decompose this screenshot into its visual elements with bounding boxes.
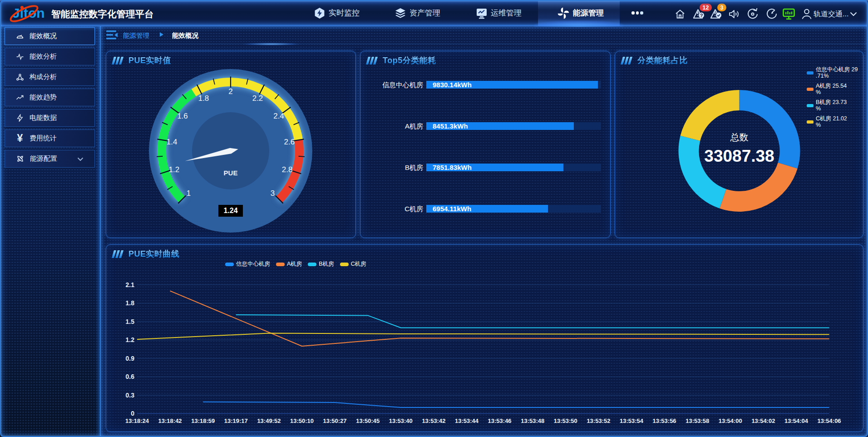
svg-text:13:19:17: 13:19:17 [224, 417, 248, 424]
svg-text:13:18:42: 13:18:42 [158, 417, 182, 424]
svg-text:13:53:58: 13:53:58 [686, 417, 709, 424]
svg-text:1.8: 1.8 [126, 299, 135, 307]
svg-text:13:50:45: 13:50:45 [356, 417, 380, 424]
svg-text:13:53:54: 13:53:54 [620, 417, 644, 424]
svg-text:13:54:06: 13:54:06 [818, 417, 841, 424]
svg-text:PUE: PUE [224, 169, 238, 177]
svg-text:13:54:00: 13:54:00 [719, 417, 742, 424]
svg-text:13:54:04: 13:54:04 [784, 417, 809, 424]
svg-text:1.2: 1.2 [126, 336, 135, 343]
svg-text:13:53:44: 13:53:44 [455, 417, 479, 424]
svg-text:13:50:27: 13:50:27 [323, 417, 347, 424]
svg-text:0.3: 0.3 [126, 392, 135, 399]
svg-text:13:50:10: 13:50:10 [290, 417, 314, 424]
svg-text:0.9: 0.9 [126, 355, 135, 362]
svg-text:2: 2 [228, 87, 232, 96]
svg-text:1.4: 1.4 [167, 138, 178, 146]
svg-text:总数: 总数 [730, 132, 749, 142]
svg-text:0.6: 0.6 [126, 373, 135, 380]
svg-text:13:53:56: 13:53:56 [653, 417, 676, 424]
svg-text:13:49:52: 13:49:52 [257, 417, 281, 424]
svg-text:13:53:48: 13:53:48 [521, 417, 544, 424]
svg-text:3: 3 [271, 189, 275, 198]
svg-text:?: ? [700, 13, 703, 18]
svg-text:33087.38: 33087.38 [704, 147, 774, 165]
svg-text:1.2: 1.2 [169, 165, 180, 174]
svg-text:13:53:46: 13:53:46 [488, 417, 512, 424]
svg-text:2.1: 2.1 [126, 281, 135, 288]
svg-text:13:53:42: 13:53:42 [422, 417, 445, 424]
svg-text:1.5: 1.5 [126, 318, 135, 325]
svg-text:2.2: 2.2 [252, 94, 263, 103]
svg-text:13:18:59: 13:18:59 [191, 417, 215, 424]
svg-text:2.6: 2.6 [284, 138, 295, 146]
svg-text:1.8: 1.8 [198, 94, 209, 103]
svg-text:13:18:24: 13:18:24 [125, 417, 149, 424]
svg-text:13:54:02: 13:54:02 [751, 417, 775, 424]
svg-text:1.24: 1.24 [223, 207, 237, 214]
svg-text:1: 1 [187, 189, 191, 198]
svg-text:13:53:40: 13:53:40 [389, 417, 413, 424]
svg-text:2.4: 2.4 [273, 112, 284, 120]
svg-text:0: 0 [131, 410, 134, 417]
svg-text:13:53:52: 13:53:52 [587, 417, 610, 424]
svg-text:1.6: 1.6 [177, 112, 188, 120]
svg-text:2.8: 2.8 [282, 165, 293, 174]
svg-text:13:53:50: 13:53:50 [554, 417, 577, 424]
